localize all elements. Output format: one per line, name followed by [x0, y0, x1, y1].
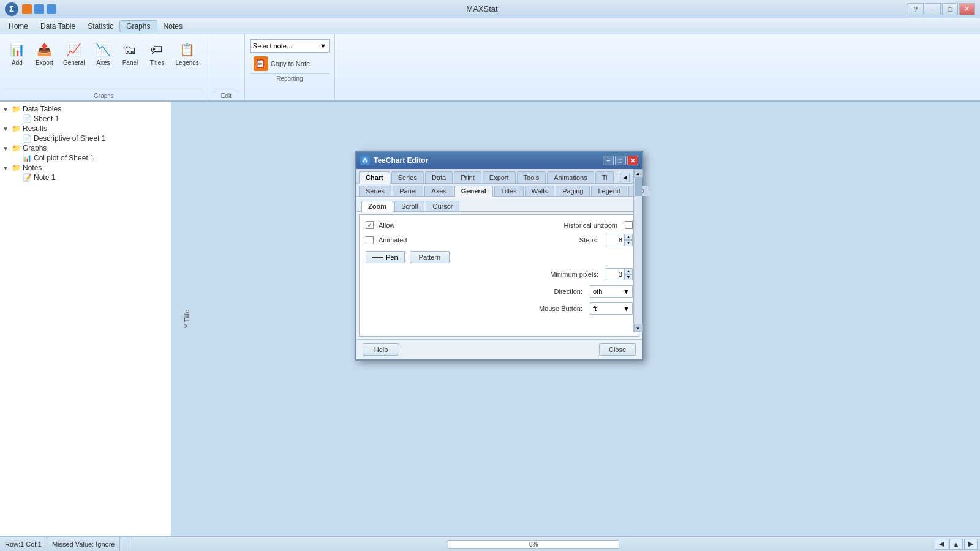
help-button[interactable]: Help [363, 343, 399, 356]
min-pixels-spin-buttons: ▲ ▼ [624, 268, 633, 280]
tree-colplot[interactable]: 📊 Col plot of Sheet 1 [13, 153, 168, 163]
steps-down-button[interactable]: ▼ [624, 240, 633, 246]
tab2-legend[interactable]: Legend [591, 186, 627, 196]
direction-dropdown[interactable]: oth ▼ [590, 285, 633, 298]
min-pixels-input[interactable] [606, 268, 624, 280]
ribbon-legends-button[interactable]: 📋 Legends [172, 39, 202, 68]
progress-bar: 0% [448, 540, 619, 549]
ribbon-export-button[interactable]: 📤 Export [32, 39, 57, 68]
status-spacer [120, 537, 132, 551]
select-note-dropdown[interactable]: Select note... ▼ [250, 39, 330, 53]
menu-datatable[interactable]: Data Table [34, 21, 81, 32]
expand-icon: ▼ [2, 106, 10, 113]
tab2-axes[interactable]: Axes [424, 186, 453, 196]
min-pixels-label: Minimum pixels: [550, 271, 598, 278]
copy-to-note-button[interactable]: Copy to Note [250, 55, 330, 72]
tree-results[interactable]: ▼ 📁 Results [2, 124, 168, 133]
animated-row: Animated Steps: ▲ ▼ [366, 234, 633, 246]
animated-checkbox[interactable] [366, 236, 374, 244]
tab-tools[interactable]: Tools [517, 171, 546, 183]
allow-checkbox[interactable] [366, 221, 374, 229]
dialog-close-btn[interactable]: Close [599, 343, 636, 356]
ribbon-edit-group: Edit [208, 34, 245, 100]
ribbon-add-button[interactable]: 📊 Add [5, 39, 29, 68]
dialog-close-button[interactable]: ✕ [627, 156, 638, 165]
pattern-button[interactable]: Pattern [410, 251, 450, 263]
datatables-children: 📄 Sheet 1 [13, 114, 168, 124]
tab3-scroll[interactable]: Scroll [394, 201, 425, 211]
minimize-button[interactable]: ? [908, 3, 924, 15]
dialog-logo-icon [360, 156, 370, 165]
tab2-titles[interactable]: Titles [494, 186, 524, 196]
scroll-down-button[interactable]: ▼ [634, 324, 643, 332]
tab-chart[interactable]: Chart [359, 171, 390, 184]
scroll-thumb[interactable] [635, 178, 642, 196]
scroll-up-button[interactable]: ▲ [634, 169, 643, 178]
historical-unzoom-checkbox[interactable] [625, 221, 633, 229]
tab3-zoom[interactable]: Zoom [361, 201, 393, 212]
mouse-button-dropdown[interactable]: ft ▼ [590, 302, 633, 315]
minimize-button2[interactable]: – [925, 3, 941, 15]
min-pixels-down-button[interactable]: ▼ [624, 274, 633, 280]
ribbon-graphs-group: 📊 Add 📤 Export 📈 General 📉 Axes 🗂 [0, 34, 208, 100]
status-btn-2[interactable]: ▲ [949, 539, 963, 550]
tab-print[interactable]: Print [454, 171, 481, 183]
ribbon-general-button[interactable]: 📈 General [59, 39, 89, 68]
tree-note1[interactable]: 📝 Note 1 [13, 173, 168, 182]
status-btn-3[interactable]: ▶ [964, 539, 978, 550]
tab-ti[interactable]: Ti [595, 171, 614, 183]
notes-label: Notes [23, 163, 42, 172]
toolbar-icon-1[interactable] [22, 4, 32, 14]
ribbon-reporting-label: Reporting [250, 73, 330, 82]
steps-up-button[interactable]: ▲ [624, 234, 633, 240]
maximize-button[interactable]: □ [942, 3, 958, 15]
status-missed-value: Missed Value: Ignore [47, 537, 121, 551]
expand-icon4: ▼ [2, 165, 10, 171]
mouse-button-row: Mouse Button: ft ▼ [366, 302, 633, 315]
ribbon-panel-button[interactable]: 🗂 Panel [118, 39, 142, 68]
ribbon-edit-label: Edit [213, 91, 239, 99]
export-icon: 📤 [36, 41, 53, 58]
tab-data[interactable]: Data [425, 171, 453, 183]
pen-line-icon [372, 257, 383, 258]
min-pixels-spinbox[interactable]: ▲ ▼ [606, 268, 633, 280]
tree-descriptive[interactable]: 📄 Descriptive of Sheet 1 [13, 133, 168, 143]
ribbon-axes-button[interactable]: 📉 Axes [91, 39, 115, 68]
tree-datatables[interactable]: ▼ 📁 Data Tables [2, 104, 168, 114]
pen-button[interactable]: Pen [366, 251, 405, 263]
dropdown-arrow-icon: ▼ [320, 42, 326, 50]
close-button[interactable]: ✕ [959, 3, 975, 15]
sidebar: ▼ 📁 Data Tables 📄 Sheet 1 ▼ 📁 Results 📄 … [0, 102, 172, 536]
titles-icon: 🏷 [148, 41, 165, 58]
dialog-maximize-button[interactable]: □ [615, 156, 626, 165]
menu-graphs[interactable]: Graphs [119, 20, 157, 32]
menu-statistic[interactable]: Statistic [81, 21, 119, 32]
menu-home[interactable]: Home [2, 21, 34, 32]
tab2-general[interactable]: General [454, 186, 493, 197]
min-pixels-up-button[interactable]: ▲ [624, 268, 633, 274]
steps-input[interactable] [606, 234, 624, 246]
tab-nav-left[interactable]: ◀ [620, 173, 630, 182]
dialog-minimize-button[interactable]: – [603, 156, 614, 165]
toolbar-icon-2[interactable] [34, 4, 44, 14]
tab-export[interactable]: Export [483, 171, 516, 183]
status-btn-1[interactable]: ◀ [935, 539, 948, 550]
steps-label: Steps: [579, 236, 598, 244]
tab2-paging[interactable]: Paging [556, 186, 590, 196]
tree-graphs[interactable]: ▼ 📁 Graphs [2, 143, 168, 153]
tab2-series[interactable]: Series [359, 186, 391, 196]
tree-sheet1[interactable]: 📄 Sheet 1 [13, 114, 168, 124]
tab2-panel[interactable]: Panel [393, 186, 423, 196]
tab3-cursor[interactable]: Cursor [426, 201, 459, 211]
toolbar-icon-3[interactable] [47, 4, 56, 14]
menu-notes[interactable]: Notes [157, 21, 189, 32]
y-title: Y Title [183, 310, 190, 328]
dialog-title-left: TeeChart Editor [360, 156, 428, 165]
tab2-walls[interactable]: Walls [525, 186, 554, 196]
tab-series[interactable]: Series [391, 171, 424, 183]
app-logo: Σ [5, 2, 18, 16]
steps-spinbox[interactable]: ▲ ▼ [606, 234, 633, 246]
ribbon-titles-button[interactable]: 🏷 Titles [145, 39, 169, 68]
tree-notes[interactable]: ▼ 📁 Notes [2, 163, 168, 173]
tab-animations[interactable]: Animations [547, 171, 594, 183]
